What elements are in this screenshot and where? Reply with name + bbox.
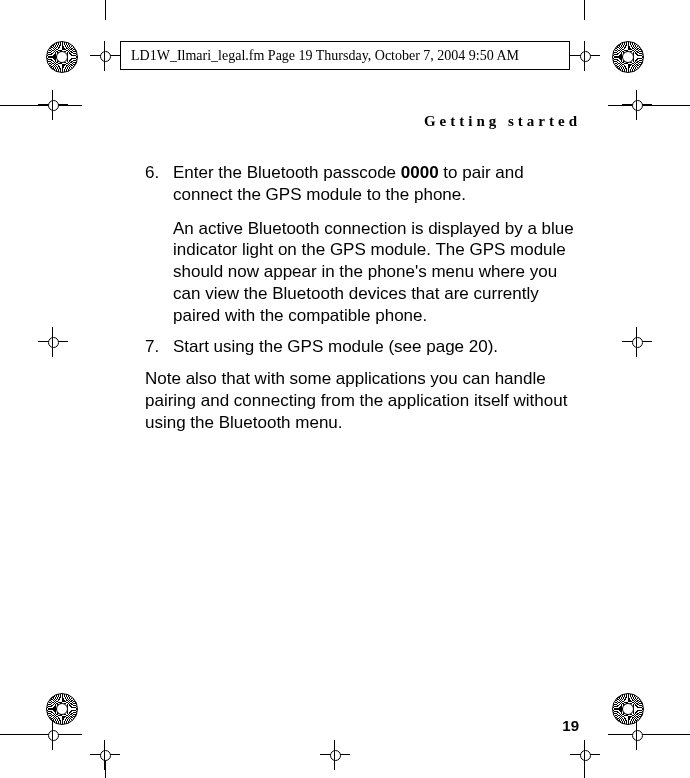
registration-cross-icon [622, 720, 652, 750]
registration-cross-icon [38, 720, 68, 750]
registration-cross-icon [570, 740, 600, 770]
registration-cross-icon [38, 327, 68, 357]
registration-cross-icon [622, 327, 652, 357]
list-item: 6. Enter the Bluetooth passcode 0000 to … [173, 162, 585, 326]
registration-cross-icon [90, 740, 120, 770]
step-text: Start using the GPS module (see page 20)… [173, 337, 498, 356]
list-number: 6. [145, 162, 159, 184]
crop-line [105, 0, 106, 20]
list-item: 7. Start using the GPS module (see page … [173, 336, 585, 358]
ordered-list: 6. Enter the Bluetooth passcode 0000 to … [105, 162, 585, 358]
list-number: 7. [145, 336, 159, 358]
registration-cross-icon [90, 41, 120, 71]
crop-line [584, 0, 585, 20]
registration-disc-icon [612, 41, 644, 73]
registration-disc-icon [46, 41, 78, 73]
registration-cross-icon [320, 740, 350, 770]
registration-cross-icon [570, 41, 600, 71]
registration-cross-icon [622, 90, 652, 120]
registration-cross-icon [38, 90, 68, 120]
file-info-text: LD1W_Ilmari_legal.fm Page 19 Thursday, O… [131, 48, 519, 64]
text-fragment: Enter the Bluetooth passcode [173, 163, 401, 182]
passcode: 0000 [401, 163, 439, 182]
step-subtext: An active Bluetooth connection is displa… [173, 218, 585, 327]
section-title: Getting started [105, 113, 585, 130]
page-content: Getting started 6. Enter the Bluetooth p… [105, 105, 585, 734]
step-text: Enter the Bluetooth passcode 0000 to pai… [173, 163, 524, 204]
file-header: LD1W_Ilmari_legal.fm Page 19 Thursday, O… [120, 41, 570, 70]
note-text: Note also that with some applications yo… [105, 368, 585, 433]
page-number: 19 [562, 717, 579, 734]
